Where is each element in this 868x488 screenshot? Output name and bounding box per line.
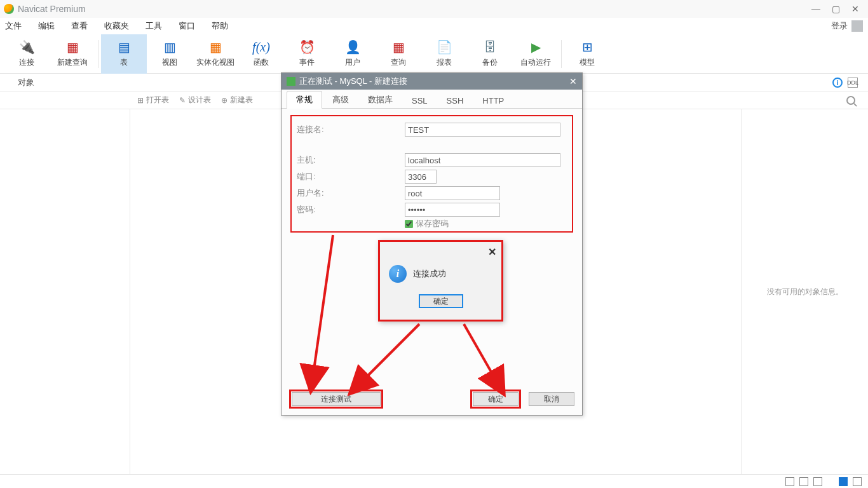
open-table-label: 打开表 [146, 95, 169, 105]
ddl-icon[interactable]: DDL [848, 78, 858, 88]
dialog-close-button[interactable]: ✕ [569, 76, 577, 86]
function-icon: f(x) [252, 39, 270, 55]
query-icon: ▦ [390, 39, 407, 55]
tb-view-label: 视图 [162, 57, 177, 68]
design-table-label: 设计表 [188, 95, 211, 105]
tb-backup-label: 备份 [482, 57, 498, 68]
tb-view[interactable]: ▥视图 [147, 34, 193, 74]
tb-report-label: 报表 [437, 57, 452, 68]
automation-icon: ▶ [527, 39, 545, 55]
dialog-titlebar: 正在测试 - MySQL - 新建连接 ✕ [281, 73, 582, 90]
login-link[interactable]: 登录 [831, 20, 848, 32]
tb-table[interactable]: ▤表 [101, 34, 147, 74]
dialog-tabs: 常规 高级 数据库 SSL SSH HTTP [281, 90, 582, 109]
plug-icon: 🔌 [18, 39, 36, 55]
design-table-button[interactable]: ✎设计表 [175, 95, 215, 105]
tb-function-label: 函数 [254, 57, 269, 68]
tb-user[interactable]: 👤用户 [330, 34, 376, 74]
label-port: 端口: [297, 171, 405, 182]
cancel-button[interactable]: 取消 [529, 392, 574, 406]
main-toolbar: 🔌连接 ▦新建查询 ▤表 ▥视图 ▦实体化视图 f(x)函数 ⏰事件 👤用户 ▦… [0, 34, 868, 74]
label-username: 用户名: [297, 187, 405, 199]
tab-ssl[interactable]: SSL [403, 93, 437, 108]
search-button[interactable] [846, 96, 855, 105]
tab-http[interactable]: HTTP [473, 93, 513, 108]
open-table-button[interactable]: ⊞打开表 [133, 95, 173, 105]
tb-event[interactable]: ⏰事件 [284, 34, 330, 74]
tb-query[interactable]: ▦查询 [376, 34, 421, 74]
tb-function[interactable]: f(x)函数 [238, 34, 284, 74]
tab-database[interactable]: 数据库 [359, 92, 402, 108]
maximize-button[interactable]: ▢ [832, 4, 840, 14]
search-icon [846, 96, 855, 105]
panel-toggle-right[interactable] [853, 477, 862, 486]
input-username[interactable] [405, 186, 500, 200]
table-icon: ▤ [115, 39, 133, 55]
tb-model[interactable]: ⊞模型 [564, 34, 610, 74]
objects-tab[interactable]: 对象 [0, 77, 130, 88]
tb-user-label: 用户 [345, 57, 360, 68]
new-table-button[interactable]: ⊕新建表 [217, 95, 257, 105]
input-host[interactable] [405, 153, 560, 167]
menu-tools[interactable]: 工具 [146, 20, 162, 32]
message-box: ✕ i 连接成功 确定 [378, 240, 503, 322]
dialog-icon [287, 77, 295, 86]
app-icon [4, 4, 14, 14]
label-conn-name: 连接名: [297, 124, 405, 135]
input-conn-name[interactable] [405, 123, 560, 137]
info-panel-empty: 没有可用的对象信息。 [767, 287, 843, 297]
menu-help[interactable]: 帮助 [212, 20, 228, 32]
separator [561, 40, 562, 68]
avatar-icon[interactable] [851, 20, 863, 32]
msgbox-ok-button[interactable]: 确定 [419, 294, 463, 308]
report-icon: 📄 [435, 39, 453, 55]
panel-toggle-left[interactable] [839, 477, 848, 486]
tb-event-label: 事件 [299, 57, 315, 68]
tb-query-label: 查询 [391, 57, 406, 68]
input-password[interactable] [405, 203, 500, 217]
menu-file[interactable]: 文件 [5, 20, 22, 32]
model-icon: ⊞ [578, 39, 596, 55]
menu-edit[interactable]: 编辑 [38, 20, 55, 32]
tb-automation-label: 自动运行 [520, 57, 551, 68]
view-list-icon[interactable] [799, 477, 808, 486]
menu-favorites[interactable]: 收藏夹 [104, 20, 129, 32]
label-host: 主机: [297, 154, 405, 166]
minimize-button[interactable]: — [811, 4, 820, 14]
statusbar [0, 474, 868, 488]
ok-button[interactable]: 确定 [473, 392, 519, 406]
tab-ssh[interactable]: SSH [438, 93, 473, 108]
info-icon[interactable]: i [832, 78, 843, 88]
tb-new-query[interactable]: ▦新建查询 [50, 34, 95, 74]
tb-model-label: 模型 [580, 57, 595, 68]
backup-icon: 🗄 [481, 39, 499, 55]
menu-view[interactable]: 查看 [71, 20, 88, 32]
tb-backup[interactable]: 🗄备份 [467, 34, 513, 74]
label-password: 密码: [297, 204, 405, 215]
clock-icon: ⏰ [298, 39, 316, 55]
menu-window[interactable]: 窗口 [179, 20, 195, 32]
view-grid-icon[interactable] [785, 477, 794, 486]
info-panel: 没有可用的对象信息。 [741, 109, 868, 474]
titlebar: Navicat Premium — ▢ ✕ [0, 0, 868, 18]
tb-mview-label: 实体化视图 [196, 57, 234, 68]
tb-connect[interactable]: 🔌连接 [4, 34, 50, 74]
tab-advanced[interactable]: 高级 [323, 92, 358, 108]
tb-report[interactable]: 📄报表 [421, 34, 467, 74]
tb-mview[interactable]: ▦实体化视图 [193, 34, 238, 74]
user-icon: 👤 [344, 39, 362, 55]
checkbox-save-password[interactable] [405, 220, 413, 228]
test-connection-button[interactable]: 连接测试 [292, 392, 381, 406]
sidebar [0, 109, 130, 474]
close-button[interactable]: ✕ [851, 4, 859, 14]
view-detail-icon[interactable] [813, 477, 822, 486]
menubar: 文件 编辑 查看 收藏夹 工具 窗口 帮助 登录 [0, 18, 868, 34]
msgbox-close-button[interactable]: ✕ [488, 246, 496, 258]
new-table-label: 新建表 [230, 95, 253, 105]
tb-connect-label: 连接 [19, 57, 34, 68]
tab-general[interactable]: 常规 [287, 91, 322, 109]
dialog-title: 正在测试 - MySQL - 新建连接 [299, 76, 407, 87]
tb-automation[interactable]: ▶自动运行 [513, 34, 559, 74]
mview-icon: ▦ [207, 39, 224, 55]
input-port[interactable] [405, 170, 437, 184]
